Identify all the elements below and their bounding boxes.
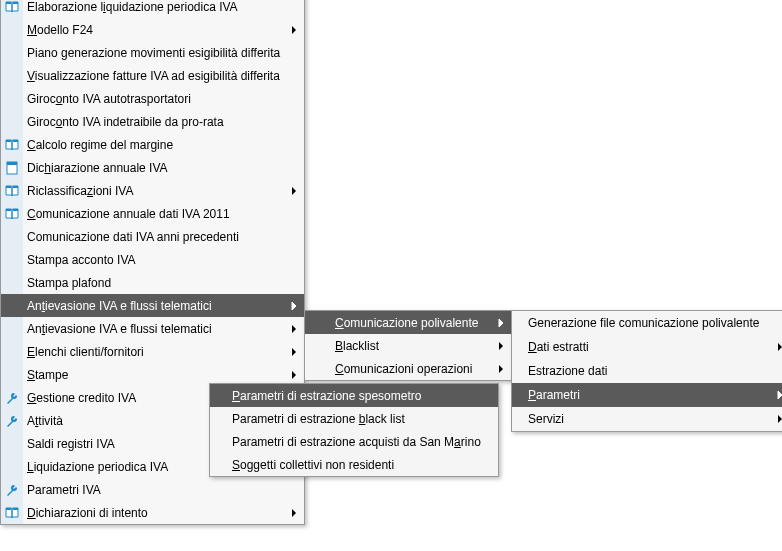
svg-rect-6 bbox=[6, 186, 11, 188]
wrench-icon bbox=[1, 478, 23, 501]
menu-item-label: Elaborazione liquidazione periodica IVA bbox=[23, 0, 288, 14]
icon-empty bbox=[305, 311, 331, 334]
book-icon bbox=[1, 133, 23, 156]
menu-item-label: Stampe bbox=[23, 368, 288, 382]
menu-item-label: Parametri di estrazione black list bbox=[228, 412, 482, 426]
chevron-right-icon bbox=[288, 509, 304, 517]
menu-item-generazione-file-comunicazione-polivalen[interactable]: Generazione file comunicazione polivalen… bbox=[512, 311, 782, 335]
menu-item-label: Calcolo regime del margine bbox=[23, 138, 288, 152]
icon-empty bbox=[1, 110, 23, 133]
chevron-right-icon bbox=[774, 343, 782, 351]
chevron-right-icon bbox=[288, 302, 304, 310]
icon-empty bbox=[512, 408, 524, 431]
svg-rect-8 bbox=[6, 209, 11, 211]
menu-item-label: Estrazione dati bbox=[524, 364, 774, 378]
icon-empty bbox=[305, 357, 331, 380]
menu-item-label: Antievasione IVA e flussi telematici bbox=[23, 322, 288, 336]
book-icon bbox=[1, 0, 23, 18]
menu-item-riclassificazioni-iva[interactable]: Riclassificazioni IVA bbox=[1, 179, 304, 202]
menu-item-parametri-iva[interactable]: Parametri IVA bbox=[1, 478, 304, 501]
icon-empty bbox=[210, 407, 228, 430]
icon-empty bbox=[210, 430, 228, 453]
icon-empty bbox=[512, 360, 524, 383]
icon-empty bbox=[210, 453, 228, 476]
menu-item-label: Stampa acconto IVA bbox=[23, 253, 288, 267]
icon-empty bbox=[1, 225, 23, 248]
menu-item-giroconto-iva-autotrasportatori[interactable]: Giroconto IVA autotrasportatori bbox=[1, 87, 304, 110]
menu-item-giroconto-iva-indetraibile-da-pro-rata[interactable]: Giroconto IVA indetraibile da pro-rata bbox=[1, 110, 304, 133]
menu-item-label: Comunicazione annuale dati IVA 2011 bbox=[23, 207, 288, 221]
menu-item-calcolo-regime-del-margine[interactable]: Calcolo regime del margine bbox=[1, 133, 304, 156]
menu-item-elenchi-clienti-fornitori[interactable]: Elenchi clienti/fornitori bbox=[1, 340, 304, 363]
menu-item-label: Comunicazione dati IVA anni precedenti bbox=[23, 230, 288, 244]
menu-item-label: Soggetti collettivi non residenti bbox=[228, 458, 482, 472]
chevron-right-icon bbox=[495, 319, 511, 327]
menu-item-dichiarazione-annuale-iva[interactable]: Dichiarazione annuale IVA bbox=[1, 156, 304, 179]
icon-empty bbox=[210, 384, 228, 407]
icon-empty bbox=[305, 334, 331, 357]
menu-item-label: Elenchi clienti/fornitori bbox=[23, 345, 288, 359]
doc-icon bbox=[1, 156, 23, 179]
chevron-right-icon bbox=[288, 348, 304, 356]
icon-empty bbox=[1, 248, 23, 271]
menu-item-servizi[interactable]: Servizi bbox=[512, 407, 782, 431]
menu-item-parametri-di-estrazione-black-list[interactable]: Parametri di estrazione black list bbox=[210, 407, 498, 430]
icon-empty bbox=[1, 87, 23, 110]
menu-item-dati-estratti[interactable]: Dati estratti bbox=[512, 335, 782, 359]
menu-item-dichiarazioni-di-intento[interactable]: Dichiarazioni di intento bbox=[1, 501, 304, 524]
icon-empty bbox=[1, 18, 23, 41]
menu-item-label: Dati estratti bbox=[524, 340, 774, 354]
menu-item-estrazione-dati[interactable]: Estrazione dati bbox=[512, 359, 782, 383]
submenu-antievasione: Comunicazione polivalenteBlacklistComuni… bbox=[304, 310, 512, 381]
icon-empty bbox=[1, 363, 23, 386]
menu-item-label: Visualizzazione fatture IVA ad esigibili… bbox=[23, 69, 288, 83]
icon-empty bbox=[1, 41, 23, 64]
icon-empty bbox=[512, 336, 524, 359]
menu-item-visualizzazione-fatture-iva-ad-esigibili[interactable]: Visualizzazione fatture IVA ad esigibili… bbox=[1, 64, 304, 87]
icon-empty bbox=[1, 294, 23, 317]
svg-rect-10 bbox=[6, 508, 11, 510]
svg-rect-9 bbox=[13, 209, 18, 211]
menu-item-label: Dichiarazione annuale IVA bbox=[23, 161, 288, 175]
submenu-comunicazione-polivalente: Generazione file comunicazione polivalen… bbox=[511, 310, 782, 432]
menu-item-label: Generazione file comunicazione polivalen… bbox=[524, 316, 774, 330]
menu-item-comunicazione-annuale-dati-iva-2011[interactable]: Comunicazione annuale dati IVA 2011 bbox=[1, 202, 304, 225]
menu-item-stampa-acconto-iva[interactable]: Stampa acconto IVA bbox=[1, 248, 304, 271]
menu-item-parametri[interactable]: Parametri bbox=[512, 383, 782, 407]
menu-item-label: Dichiarazioni di intento bbox=[23, 506, 288, 520]
menu-item-parametri-di-estrazione-spesometro[interactable]: Parametri di estrazione spesometro bbox=[210, 384, 498, 407]
svg-rect-3 bbox=[13, 140, 18, 142]
book-icon bbox=[1, 202, 23, 225]
wrench-icon bbox=[1, 409, 23, 432]
svg-rect-11 bbox=[13, 508, 18, 510]
icon-empty bbox=[1, 340, 23, 363]
chevron-right-icon bbox=[288, 325, 304, 333]
menu-item-parametri-di-estrazione-acquisti-da-san-[interactable]: Parametri di estrazione acquisti da San … bbox=[210, 430, 498, 453]
chevron-right-icon bbox=[288, 187, 304, 195]
icon-empty bbox=[1, 432, 23, 455]
menu-item-label: Parametri di estrazione acquisti da San … bbox=[228, 435, 489, 449]
menu-item-blacklist[interactable]: Blacklist bbox=[305, 334, 511, 357]
menu-item-comunicazione-polivalente[interactable]: Comunicazione polivalente bbox=[305, 311, 511, 334]
menu-item-antievasione-iva-e-flussi-telematici[interactable]: Antievasione IVA e flussi telematici bbox=[1, 317, 304, 340]
svg-rect-7 bbox=[13, 186, 18, 188]
menu-item-antievasione-iva-e-flussi-telematici[interactable]: Antievasione IVA e flussi telematici bbox=[1, 294, 304, 317]
menu-item-soggetti-collettivi-non-residenti[interactable]: Soggetti collettivi non residenti bbox=[210, 453, 498, 476]
menu-item-piano-generazione-movimenti-esigibilit-d[interactable]: Piano generazione movimenti esigibilità … bbox=[1, 41, 304, 64]
menu-item-label: Blacklist bbox=[331, 339, 495, 353]
wrench-icon bbox=[1, 386, 23, 409]
icon-empty bbox=[1, 455, 23, 478]
menu-item-comunicazione-dati-iva-anni-precedenti[interactable]: Comunicazione dati IVA anni precedenti bbox=[1, 225, 304, 248]
menu-item-label: Parametri di estrazione spesometro bbox=[228, 389, 482, 403]
submenu-stampe-parametri: Parametri di estrazione spesometroParame… bbox=[209, 383, 499, 477]
icon-empty bbox=[1, 317, 23, 340]
menu-item-comunicazioni-operazioni[interactable]: Comunicazioni operazioni bbox=[305, 357, 511, 380]
menu-item-stampa-plafond[interactable]: Stampa plafond bbox=[1, 271, 304, 294]
menu-item-modello-f24[interactable]: Modello F24 bbox=[1, 18, 304, 41]
svg-rect-0 bbox=[6, 2, 11, 4]
svg-rect-5 bbox=[7, 162, 17, 165]
menu-item-label: Parametri IVA bbox=[23, 483, 288, 497]
menu-item-label: Giroconto IVA autotrasportatori bbox=[23, 92, 288, 106]
menu-item-elaborazione-liquidazione-periodica-iva[interactable]: Elaborazione liquidazione periodica IVA bbox=[1, 0, 304, 18]
icon-empty bbox=[1, 271, 23, 294]
